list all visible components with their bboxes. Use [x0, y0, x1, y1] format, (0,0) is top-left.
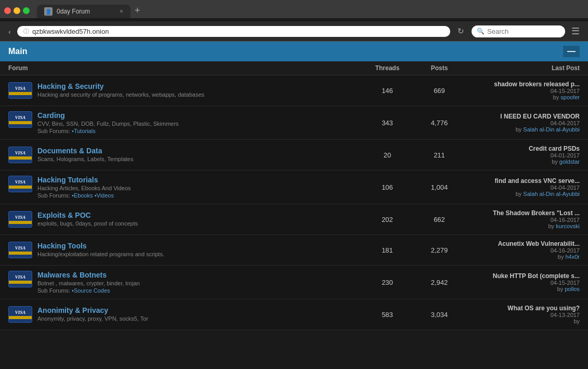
- lastpost-col-header: Last Post: [465, 64, 580, 72]
- last-post-author[interactable]: Salah al-Din al-Ayubbi: [523, 191, 580, 197]
- forum-description: Botnet , malwares, crypter, binder, troj…: [37, 280, 361, 286]
- active-tab[interactable]: 👤 0day Forum ×: [37, 5, 130, 18]
- table-row: VISA Hacking & Security Hacking and secu…: [0, 75, 588, 106]
- forum-info: Exploits & POC exploits, bugs, 0days, pr…: [37, 211, 361, 228]
- main-header: Main —: [0, 42, 588, 61]
- subforum-link[interactable]: •Videos: [95, 192, 114, 199]
- forum-cell: VISA Anonimity & Privacy Anonymity, priv…: [8, 306, 361, 323]
- minimize-window-button[interactable]: [14, 7, 20, 14]
- last-post-by: by goldstar: [465, 159, 580, 165]
- last-post-author[interactable]: Salah al-Din al-Ayubbi: [523, 126, 580, 133]
- forum-name-link[interactable]: Hacking & Security: [37, 82, 361, 90]
- forum-icon: VISA: [8, 111, 32, 128]
- new-tab-button[interactable]: +: [130, 3, 145, 18]
- last-post-by: by pollos: [465, 286, 580, 292]
- table-row: VISA Hacking Tools Hacking/exploitation …: [0, 235, 588, 266]
- forum-description: Hacking Articles, Ebooks And Videos: [37, 185, 361, 191]
- subforums: Sub Forums: •Ebooks •Videos: [37, 192, 361, 199]
- last-post-info: Credit card PSDs 04-01-2017 by goldstar: [465, 145, 580, 165]
- forum-content: Main — Forum Threads Posts Last Post VIS…: [0, 42, 588, 330]
- last-post-info: The Shadow Brokers "Lost ... 04-16-2017 …: [465, 209, 580, 229]
- last-post-title[interactable]: What OS are you using?: [465, 305, 580, 312]
- posts-col-header: Posts: [413, 64, 465, 72]
- posts-count: 2,279: [413, 246, 465, 254]
- subforums: Sub Forums: •Tutorials: [37, 128, 361, 134]
- last-post-date: 04-16-2017: [465, 217, 580, 223]
- last-post-date: 04-13-2017: [465, 312, 580, 318]
- search-bar[interactable]: 🔍: [472, 25, 565, 37]
- forum-info: Documents & Data Scans, Holograms, Label…: [37, 147, 361, 163]
- last-post-by: by: [465, 318, 580, 324]
- last-post-info: What OS are you using? 04-13-2017 by: [465, 305, 580, 324]
- last-post-title[interactable]: Credit card PSDs: [465, 145, 580, 152]
- threads-count: 106: [361, 183, 413, 191]
- forum-info: Hacking Tools Hacking/exploitation relat…: [37, 242, 361, 258]
- browser-navigation: ‹ ⓘ qzbkwswkvlded57h.onion ↻ 🔍 ☰: [0, 21, 588, 42]
- forum-name-link[interactable]: Documents & Data: [37, 147, 361, 155]
- forum-cell: VISA Documents & Data Scans, Holograms, …: [8, 147, 361, 163]
- last-post-author[interactable]: spoofer: [560, 94, 580, 100]
- forum-name-link[interactable]: Exploits & POC: [37, 211, 361, 219]
- forum-description: CVV, Bins, SSN, DOB, Fullz, Dumps, Plast…: [37, 121, 361, 127]
- last-post-date: 04-01-2017: [465, 152, 580, 159]
- last-post-author[interactable]: kurcovski: [556, 223, 580, 229]
- address-bar[interactable]: qzbkwswkvlded57h.onion: [32, 28, 444, 35]
- tab-bar: 👤 0day Forum × +: [37, 3, 584, 18]
- browser-window: 👤 0day Forum × + ‹ ⓘ qzbkwswkvlded57h.on…: [0, 0, 588, 42]
- last-post-title[interactable]: I NEED EU CARD VENDOR: [465, 113, 580, 120]
- table-row: VISA Anonimity & Privacy Anonymity, priv…: [0, 299, 588, 330]
- forum-name-link[interactable]: Hacking Tutorials: [37, 176, 361, 184]
- table-row: VISA Carding CVV, Bins, SSN, DOB, Fullz,…: [0, 106, 588, 140]
- threads-count: 20: [361, 151, 413, 159]
- forum-description: Hacking and security of programs, networ…: [37, 91, 361, 98]
- threads-count: 343: [361, 119, 413, 127]
- last-post-title[interactable]: Nuke HTTP Bot (complete s...: [465, 272, 580, 280]
- threads-count: 146: [361, 87, 413, 95]
- posts-count: 2,942: [413, 279, 465, 286]
- last-post-title[interactable]: find and access VNC serve...: [465, 177, 580, 184]
- search-icon: 🔍: [477, 28, 485, 35]
- last-post-by: by Salah al-Din al-Ayubbi: [465, 191, 580, 197]
- forum-name-link[interactable]: Anonimity & Privacy: [37, 306, 361, 314]
- forum-cell: VISA Hacking Tools Hacking/exploitation …: [8, 242, 361, 258]
- last-post-by: by Salah al-Din al-Ayubbi: [465, 126, 580, 133]
- back-button[interactable]: ‹: [5, 26, 14, 37]
- minimize-section-button[interactable]: —: [563, 46, 580, 57]
- last-post-by: by kurcovski: [465, 223, 580, 229]
- subforum-link[interactable]: •Ebooks: [72, 192, 93, 199]
- forum-info: Carding CVV, Bins, SSN, DOB, Fullz, Dump…: [37, 111, 361, 134]
- last-post-author[interactable]: goldstar: [559, 159, 580, 165]
- subforum-link[interactable]: •Source Codes: [72, 287, 110, 294]
- forum-cell: VISA Hacking & Security Hacking and secu…: [8, 82, 361, 99]
- main-section-title: Main: [8, 47, 27, 56]
- forum-icon: VISA: [8, 176, 32, 192]
- maximize-window-button[interactable]: [23, 7, 30, 14]
- last-post-author[interactable]: pollos: [565, 286, 580, 292]
- last-post-info: shadow brokers released p... 04-15-2017 …: [465, 81, 580, 100]
- forum-name-link[interactable]: Hacking Tools: [37, 242, 361, 250]
- subforum-link[interactable]: •Tutorials: [72, 128, 96, 134]
- last-post-by: by h4x0r: [465, 254, 580, 260]
- forum-icon: VISA: [8, 147, 32, 163]
- last-post-title[interactable]: Acunetix Web Vulnerabilit...: [465, 240, 580, 247]
- last-post-date: 04-15-2017: [465, 88, 580, 94]
- browser-menu-button[interactable]: ☰: [568, 24, 583, 38]
- refresh-button[interactable]: ↻: [453, 25, 468, 37]
- last-post-author[interactable]: h4x0r: [565, 254, 580, 260]
- forum-info: Anonimity & Privacy Anonymity, privacy, …: [37, 306, 361, 323]
- last-post-date: 04-04-2017: [465, 120, 580, 126]
- close-window-button[interactable]: [4, 7, 11, 14]
- lock-icon: ⓘ: [23, 28, 29, 35]
- forum-name-link[interactable]: Malwares & Botnets: [37, 271, 361, 279]
- last-post-info: find and access VNC serve... 04-04-2017 …: [465, 177, 580, 197]
- search-input[interactable]: [487, 28, 550, 35]
- table-row: VISA Documents & Data Scans, Holograms, …: [0, 140, 588, 170]
- forum-cell: VISA Carding CVV, Bins, SSN, DOB, Fullz,…: [8, 111, 361, 134]
- last-post-title[interactable]: The Shadow Brokers "Lost ...: [465, 209, 580, 217]
- last-post-info: Nuke HTTP Bot (complete s... 04-15-2017 …: [465, 272, 580, 292]
- tab-close-button[interactable]: ×: [120, 8, 123, 15]
- posts-count: 3,034: [413, 311, 465, 319]
- last-post-title[interactable]: shadow brokers released p...: [465, 81, 580, 88]
- posts-count: 669: [413, 87, 465, 95]
- forum-name-link[interactable]: Carding: [37, 111, 361, 120]
